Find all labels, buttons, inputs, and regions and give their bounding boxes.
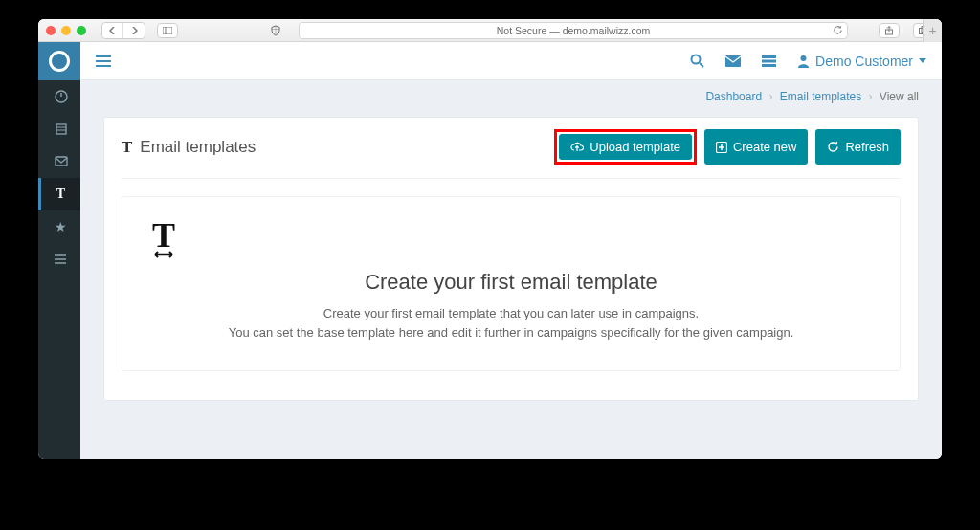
- svg-line-20: [700, 63, 703, 67]
- svg-point-15: [55, 262, 56, 264]
- svg-rect-21: [725, 55, 741, 67]
- refresh-label: Refresh: [845, 140, 889, 154]
- templates-panel: T Email templates Upload template C: [103, 117, 919, 401]
- svg-point-14: [55, 258, 56, 260]
- svg-rect-22: [762, 55, 776, 58]
- create-new-button[interactable]: Create new: [704, 129, 808, 165]
- minimize-window-button[interactable]: [61, 26, 71, 35]
- address-text: Not Secure — demo.mailwizz.com: [497, 25, 650, 36]
- svg-point-19: [692, 55, 701, 64]
- refresh-button[interactable]: Refresh: [815, 129, 901, 165]
- sidebar-item-favorites[interactable]: ★: [38, 210, 80, 243]
- sidebar-toggle-button[interactable]: [157, 23, 178, 38]
- panel-title-text: Email templates: [140, 138, 256, 157]
- browser-titlebar: Not Secure — demo.mailwizz.com +: [38, 19, 942, 42]
- caret-down-icon: [919, 58, 926, 63]
- forward-button[interactable]: [123, 23, 145, 38]
- empty-line1: Create your first email template that yo…: [142, 304, 880, 323]
- plus-square-icon: [716, 142, 727, 153]
- upload-template-button[interactable]: Upload template: [559, 134, 692, 160]
- menu-toggle-icon[interactable]: [96, 55, 111, 67]
- user-menu[interactable]: Demo Customer: [797, 54, 926, 69]
- address-bar[interactable]: Not Secure — demo.mailwizz.com: [299, 22, 848, 39]
- username-text: Demo Customer: [815, 54, 913, 69]
- panel-title: T Email templates: [122, 138, 256, 157]
- empty-heading: Create your first email template: [142, 270, 880, 295]
- lists-icon[interactable]: [762, 55, 776, 67]
- share-button[interactable]: [879, 23, 900, 38]
- svg-rect-6: [56, 124, 66, 134]
- empty-line2: You can set the base template here and e…: [142, 323, 880, 342]
- upload-label: Upload template: [590, 140, 680, 154]
- search-icon[interactable]: [690, 54, 704, 68]
- svg-point-25: [801, 55, 807, 61]
- close-window-button[interactable]: [46, 26, 56, 35]
- maximize-window-button[interactable]: [77, 26, 86, 35]
- new-tab-button[interactable]: +: [923, 19, 942, 42]
- sidebar-item-lists[interactable]: [38, 113, 80, 145]
- app-logo[interactable]: [38, 42, 80, 80]
- sidebar-item-templates[interactable]: T: [38, 178, 80, 210]
- template-large-icon: T: [142, 218, 880, 262]
- sidebar-item-dashboard[interactable]: [38, 80, 80, 113]
- nav-buttons: [101, 22, 145, 39]
- empty-state: T Create your first email template Creat…: [122, 196, 901, 371]
- refresh-icon: [827, 141, 839, 153]
- reload-icon[interactable]: [833, 25, 843, 35]
- main-area: Demo Customer Dashboard › Email template…: [80, 42, 942, 459]
- back-button[interactable]: [102, 23, 123, 38]
- svg-point-13: [55, 254, 56, 256]
- user-icon: [797, 55, 810, 68]
- svg-rect-24: [762, 64, 776, 67]
- panel-header: T Email templates Upload template C: [104, 118, 918, 174]
- sidebar-item-campaigns[interactable]: [38, 145, 80, 178]
- svg-rect-0: [163, 27, 172, 34]
- svg-rect-23: [762, 59, 776, 62]
- crumb-dashboard[interactable]: Dashboard: [705, 90, 762, 103]
- app-sidebar: T ★: [38, 42, 80, 459]
- templates-icon: T: [122, 138, 132, 157]
- svg-text:T: T: [152, 218, 175, 254]
- upload-highlight: Upload template: [554, 129, 697, 165]
- app-topbar: Demo Customer: [80, 42, 942, 80]
- mail-icon[interactable]: [725, 55, 741, 67]
- crumb-current: View all: [880, 90, 919, 103]
- browser-window: Not Secure — demo.mailwizz.com +: [38, 19, 942, 459]
- sidebar-item-surveys[interactable]: [38, 243, 80, 276]
- svg-rect-9: [56, 157, 67, 166]
- power-icon: [49, 51, 70, 72]
- traffic-lights: [46, 26, 86, 35]
- breadcrumb: Dashboard › Email templates › View all: [80, 80, 942, 103]
- crumb-templates[interactable]: Email templates: [780, 90, 861, 103]
- cloud-upload-icon: [570, 142, 584, 153]
- create-label: Create new: [733, 140, 796, 154]
- privacy-shield-icon[interactable]: [267, 23, 284, 38]
